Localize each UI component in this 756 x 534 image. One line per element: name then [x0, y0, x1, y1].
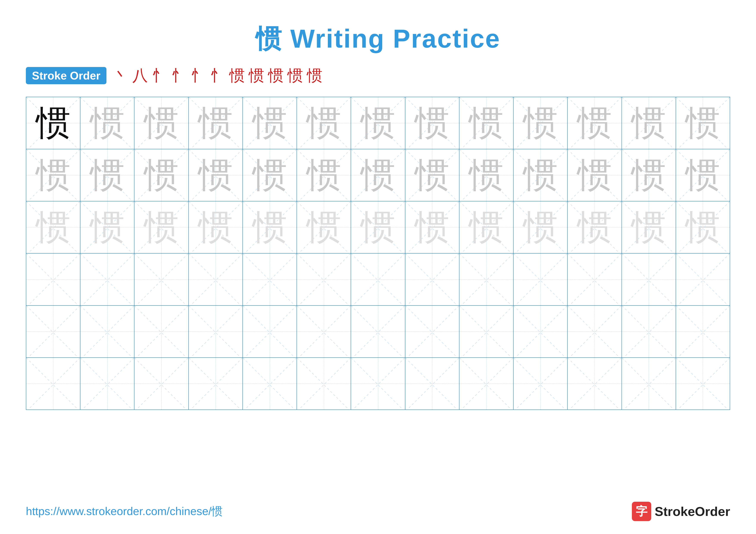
logo-icon: 字: [632, 502, 651, 521]
grid-cell[interactable]: 惯: [676, 97, 730, 149]
grid-cell[interactable]: [622, 358, 676, 410]
grid-cell[interactable]: [297, 254, 351, 305]
grid-cell[interactable]: [514, 254, 568, 305]
grid-cell[interactable]: 惯: [243, 149, 297, 201]
grid-cell[interactable]: [134, 254, 189, 305]
grid-cell[interactable]: 惯: [189, 201, 243, 253]
grid-cell[interactable]: 惯: [26, 97, 80, 149]
stroke-order-badge: Stroke Order: [26, 67, 106, 84]
grid-cell[interactable]: 惯: [351, 97, 405, 149]
svg-line-128: [676, 306, 730, 357]
grid-cell[interactable]: [243, 254, 297, 305]
grid-cell[interactable]: [514, 358, 568, 410]
svg-line-121: [459, 306, 513, 357]
practice-char: 惯: [523, 106, 558, 140]
grid-cell[interactable]: [351, 358, 405, 410]
grid-cell[interactable]: 惯: [568, 201, 622, 253]
grid-cell[interactable]: [676, 306, 730, 357]
grid-cell[interactable]: 惯: [405, 97, 459, 149]
grid-cell[interactable]: 惯: [568, 97, 622, 149]
grid-cell[interactable]: [26, 306, 80, 357]
grid-cell[interactable]: 惯: [459, 97, 514, 149]
grid-cell[interactable]: 惯: [297, 201, 351, 253]
grid-cell[interactable]: 惯: [134, 149, 189, 201]
grid-cell[interactable]: 惯: [134, 201, 189, 253]
grid-cell[interactable]: 惯: [622, 201, 676, 253]
grid-cell[interactable]: [568, 306, 622, 357]
grid-cell[interactable]: [80, 358, 134, 410]
grid-cell[interactable]: 惯: [80, 97, 134, 149]
practice-char: 惯: [307, 106, 341, 140]
grid-cell[interactable]: [189, 306, 243, 357]
grid-cell[interactable]: [297, 306, 351, 357]
grid-cell[interactable]: 惯: [514, 149, 568, 201]
grid-cell[interactable]: 惯: [80, 201, 134, 253]
grid-cell[interactable]: 惯: [80, 149, 134, 201]
grid-cell[interactable]: [80, 306, 134, 357]
grid-cell[interactable]: 惯: [26, 149, 80, 201]
grid-cell[interactable]: [80, 254, 134, 305]
grid-cell[interactable]: 惯: [459, 149, 514, 201]
footer-url: https://www.strokeorder.com/chinese/惯: [26, 504, 223, 519]
svg-line-109: [134, 306, 188, 357]
practice-char: 惯: [415, 210, 449, 244]
grid-cell[interactable]: [297, 358, 351, 410]
grid-cell[interactable]: [243, 358, 297, 410]
grid-cell[interactable]: [622, 306, 676, 357]
grid-cell[interactable]: 惯: [297, 97, 351, 149]
practice-char: 惯: [36, 158, 70, 192]
grid-cell[interactable]: 惯: [676, 201, 730, 253]
grid-cell[interactable]: [459, 254, 514, 305]
grid-cell[interactable]: [676, 254, 730, 305]
grid-cell[interactable]: [622, 254, 676, 305]
grid-cell[interactable]: 惯: [568, 149, 622, 201]
svg-line-116: [351, 306, 405, 357]
grid-cell[interactable]: [459, 358, 514, 410]
grid-cell[interactable]: [134, 358, 189, 410]
grid-cell[interactable]: [189, 254, 243, 305]
grid-cell[interactable]: [134, 306, 189, 357]
grid-cell[interactable]: 惯: [243, 201, 297, 253]
svg-line-129: [676, 306, 730, 357]
grid-cell[interactable]: [351, 254, 405, 305]
grid-cell[interactable]: 惯: [26, 201, 80, 253]
grid-cell[interactable]: 惯: [405, 201, 459, 253]
grid-cell[interactable]: [405, 254, 459, 305]
grid-cell[interactable]: 惯: [189, 149, 243, 201]
svg-line-112: [243, 306, 297, 357]
grid-cell[interactable]: [676, 358, 730, 410]
grid-cell[interactable]: [243, 306, 297, 357]
grid-cell[interactable]: 惯: [514, 201, 568, 253]
grid-cell[interactable]: 惯: [405, 149, 459, 201]
grid-cell[interactable]: 惯: [189, 97, 243, 149]
practice-char: 惯: [523, 210, 558, 244]
practice-char: 惯: [577, 106, 612, 140]
grid-cell[interactable]: 惯: [676, 149, 730, 201]
grid-cell[interactable]: [514, 306, 568, 357]
grid-cell[interactable]: [26, 358, 80, 410]
stroke-sequence: 丶 八 忄 忄 忄 忄 惯 惯 惯 惯 惯: [113, 65, 322, 86]
grid-cell[interactable]: [405, 358, 459, 410]
grid-cell[interactable]: 惯: [351, 149, 405, 201]
grid-cell[interactable]: 惯: [622, 97, 676, 149]
svg-line-101: [622, 254, 676, 305]
grid-cell[interactable]: [405, 306, 459, 357]
grid-cell[interactable]: [351, 306, 405, 357]
grid-cell[interactable]: [568, 358, 622, 410]
practice-char: 惯: [632, 158, 666, 192]
grid-cell[interactable]: 惯: [514, 97, 568, 149]
practice-char: 惯: [523, 158, 558, 192]
grid-cell[interactable]: 惯: [134, 97, 189, 149]
grid-cell[interactable]: [459, 306, 514, 357]
grid-cell[interactable]: [26, 254, 80, 305]
stroke-step-5: 忄: [191, 65, 206, 86]
grid-cell[interactable]: 惯: [351, 201, 405, 253]
grid-cell[interactable]: [189, 358, 243, 410]
grid-cell[interactable]: 惯: [622, 149, 676, 201]
svg-line-136: [189, 358, 242, 410]
grid-cell[interactable]: [568, 254, 622, 305]
grid-cell[interactable]: 惯: [459, 201, 514, 253]
grid-cell[interactable]: 惯: [243, 97, 297, 149]
grid-cell[interactable]: 惯: [297, 149, 351, 201]
svg-line-85: [189, 254, 242, 305]
